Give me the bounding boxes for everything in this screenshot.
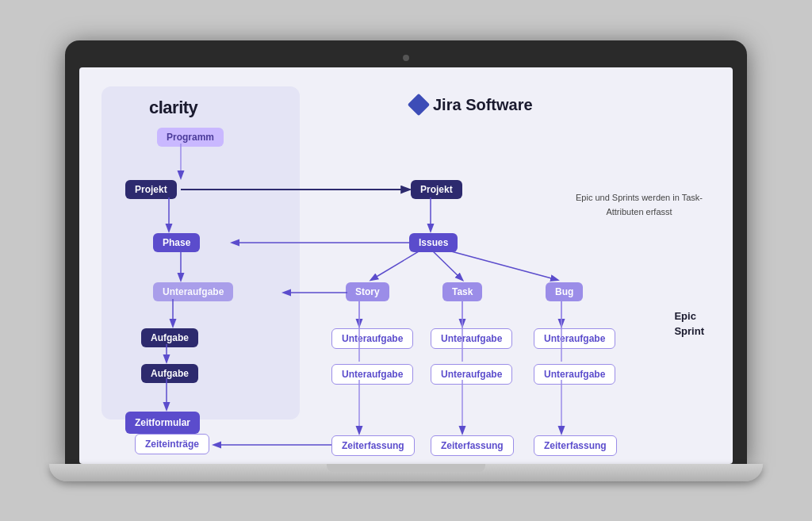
jira-task-box: Task	[442, 282, 482, 301]
camera	[403, 55, 409, 61]
svg-line-5	[442, 249, 557, 280]
laptop-notch	[327, 464, 485, 472]
clarity-zeitformular-box: Zeitformular	[125, 412, 200, 434]
svg-line-4	[431, 249, 462, 280]
jira-projekt-box: Projekt	[411, 180, 462, 199]
jira-title-area: Jira Software	[411, 96, 533, 114]
epic-note-text: Epic und Sprints werden in Task-Attribut…	[576, 193, 703, 216]
clarity-aufgabe1-box: Aufgabe	[141, 328, 198, 347]
clarity-projekt-box: Projekt	[125, 180, 177, 199]
clarity-aufgabe2-box: Aufgabe	[141, 364, 198, 383]
clarity-zeiteintraege-box: Zeiteinträge	[135, 434, 209, 454]
screen: clarity Jira Software Epic und Sprints w…	[79, 67, 733, 464]
epic-sprint-label: EpicSprint	[674, 308, 704, 339]
jira-bug-zeit-box: Zeiterfassung	[534, 435, 617, 456]
jira-task-unter1-box: Unteraufgabe	[431, 328, 512, 349]
clarity-programm-box: Programm	[157, 128, 224, 147]
camera-bar	[79, 55, 733, 61]
clarity-unteraufgabe-box: Unteraufgabe	[153, 282, 233, 301]
svg-line-3	[371, 249, 423, 280]
jira-task-zeit-box: Zeiterfassung	[431, 435, 514, 456]
jira-bug-unter2-box: Unteraufgabe	[534, 364, 615, 385]
jira-bug-unter1-box: Unteraufgabe	[534, 328, 615, 349]
screen-content: clarity Jira Software Epic und Sprints w…	[79, 67, 733, 464]
jira-story-unter1-box: Unteraufgabe	[331, 328, 413, 349]
jira-story-box: Story	[346, 282, 389, 301]
full-diagram: clarity Jira Software Epic und Sprints w…	[102, 86, 710, 419]
epic-sprint-text: EpicSprint	[674, 308, 704, 339]
laptop-base	[49, 464, 763, 481]
jira-diamond-icon	[408, 94, 430, 116]
laptop-wrapper: clarity Jira Software Epic und Sprints w…	[49, 40, 763, 481]
clarity-phase-box: Phase	[153, 233, 200, 252]
jira-story-unter2-box: Unteraufgabe	[331, 364, 413, 385]
laptop-screen-outer: clarity Jira Software Epic und Sprints w…	[65, 40, 747, 464]
epic-note: Epic und Sprints werden in Task-Attribut…	[576, 190, 703, 219]
clarity-title: clarity	[149, 98, 197, 118]
jira-story-zeit-box: Zeiterfassung	[331, 435, 415, 456]
jira-task-unter2-box: Unteraufgabe	[431, 364, 512, 385]
jira-bug-box: Bug	[546, 282, 583, 301]
clarity-title-text: clarity	[149, 98, 197, 117]
jira-issues-box: Issues	[409, 233, 458, 252]
jira-title-text: Jira Software	[433, 96, 533, 114]
